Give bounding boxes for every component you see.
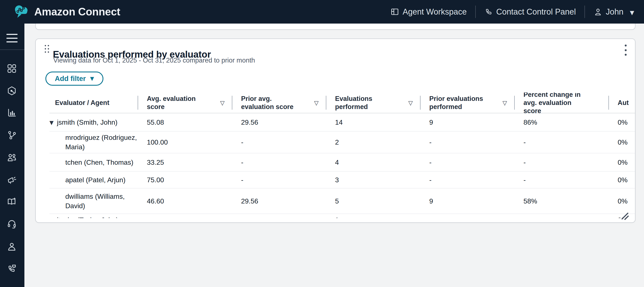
evaluator-name: mrodriguez (Rodriguez, Maria) <box>65 133 138 152</box>
filter-icon[interactable] <box>314 98 318 107</box>
flows-icon <box>7 130 17 140</box>
sidebar-item-headset-icon[interactable] <box>7 219 17 229</box>
column-header-label: Avg. evaluation score <box>147 95 206 111</box>
evaluator-name: apatel (Patel, Arjun) <box>65 175 126 184</box>
column-divider <box>608 96 609 110</box>
cell-value: 29.56 <box>232 196 326 206</box>
evaluator-name: jsmith (Smith, John) <box>57 118 118 127</box>
cell-value: 9 <box>420 196 514 206</box>
cell-value: 55.08 <box>138 118 232 127</box>
user-menu-label: John <box>606 7 624 16</box>
brand: Amazon Connect <box>13 4 120 20</box>
cell-value: - <box>232 175 326 184</box>
column-divider <box>138 96 138 110</box>
sidebar <box>0 24 24 287</box>
cell-evaluator-agent: mrodriguez (Rodriguez, Maria) <box>50 133 138 152</box>
cell-value: 46.60 <box>138 196 232 206</box>
agent-workspace-label: Agent Workspace <box>403 7 467 16</box>
cell-value: 58% <box>514 196 608 206</box>
table-row: apatel (Patel, Arjun)75.00-3--0% <box>50 172 636 188</box>
phone-icon <box>484 8 493 16</box>
filter-icon[interactable] <box>408 98 413 107</box>
contact-control-panel-link[interactable]: Contact Control Panel <box>484 7 576 16</box>
cell-evaluator-agent: jtaylor (Taylor, John) <box>50 214 138 218</box>
column-header: Prior avg. evaluation score <box>232 92 326 113</box>
evaluator-name: jtaylor (Taylor, John) <box>57 215 118 218</box>
filter-icon[interactable] <box>220 98 224 107</box>
cell-value: - <box>514 138 608 147</box>
sidebar-item-phone-message-icon[interactable] <box>7 264 17 274</box>
cell-value: - <box>420 158 514 167</box>
table-row: jsmith (Smith, John)55.0829.5614986%0% <box>50 113 636 132</box>
kebab-menu-icon[interactable] <box>621 44 630 56</box>
agent-workspace-link[interactable]: Agent Workspace <box>390 7 467 16</box>
cell-value: 0% <box>608 158 636 167</box>
column-header: Evaluator / Agent <box>50 92 138 113</box>
cell-value: 75.00 <box>138 175 232 184</box>
column-header-label: Prior evaluations performed <box>429 95 488 111</box>
sidebar-item-metrics-icon[interactable] <box>7 108 17 118</box>
filter-icon[interactable] <box>502 98 507 107</box>
campaigns-icon <box>7 174 17 184</box>
column-divider <box>232 96 232 110</box>
topbar-separator <box>475 6 476 18</box>
evaluations-card: Evaluations performed by evaluator Viewi… <box>35 38 636 223</box>
cell-value: 1 <box>326 214 420 218</box>
add-filter-button[interactable]: Add filter <box>46 72 104 86</box>
cell-value: 0% <box>608 175 636 184</box>
cell-value: - <box>138 214 232 218</box>
screen: Amazon Connect Agent Workspace <box>0 0 644 287</box>
column-header: Evaluations performed <box>326 92 420 113</box>
brand-title: Amazon Connect <box>34 6 120 18</box>
cell-evaluator-agent: dwilliams (Williams, David) <box>50 192 138 210</box>
contact-control-panel-label: Contact Control Panel <box>496 7 576 16</box>
cell-value: 0% <box>608 118 636 127</box>
cell-value: - <box>514 175 608 184</box>
top-bar: Amazon Connect Agent Workspace <box>0 0 644 24</box>
cell-value: 100.00 <box>138 138 232 147</box>
profile-icon <box>7 242 17 252</box>
cell-value: 14 <box>326 118 420 127</box>
table-row: dwilliams (Williams, David)46.6029.56595… <box>50 188 636 214</box>
collapse-row-icon[interactable] <box>50 117 54 127</box>
cell-value: 0% <box>608 138 636 147</box>
sidebar-item-routing-icon[interactable] <box>7 86 17 96</box>
sidebar-item-flows-icon[interactable] <box>7 130 17 140</box>
headset-icon <box>7 219 17 229</box>
users-icon <box>7 152 17 162</box>
column-header-label: Percent change in avg. evaluation score <box>524 92 583 115</box>
table-row: jtaylor (Taylor, John)--1--0% <box>50 214 636 218</box>
table-row: mrodriguez (Rodriguez, Maria)100.00-2--0… <box>50 132 636 153</box>
sidebar-item-knowledge-icon[interactable] <box>7 196 17 207</box>
column-header: Percent change in avg. evaluation score <box>514 92 608 113</box>
cell-value: 0% <box>608 196 636 206</box>
resize-handle-icon[interactable] <box>620 211 630 220</box>
sidebar-item-users-icon[interactable] <box>7 152 17 162</box>
cell-value: 5 <box>326 196 420 206</box>
chevron-down-icon <box>630 7 634 16</box>
evaluator-name: dwilliams (Williams, David) <box>65 192 138 210</box>
column-divider <box>514 96 515 110</box>
cell-evaluator-agent: apatel (Patel, Arjun) <box>50 175 138 184</box>
topbar-separator <box>584 6 585 18</box>
cell-value: 86% <box>514 118 608 127</box>
drag-handle-icon[interactable] <box>45 45 50 55</box>
cell-evaluator-agent: jsmith (Smith, John) <box>50 118 138 127</box>
evaluator-name: tchen (Chen, Thomas) <box>65 158 134 167</box>
sidebar-item-profile-icon[interactable] <box>7 242 17 252</box>
sidebar-item-campaigns-icon[interactable] <box>7 174 17 184</box>
sidebar-item-dashboard-icon[interactable] <box>7 64 17 74</box>
column-header: Prior evaluations performed <box>420 92 514 113</box>
routing-icon <box>7 86 17 96</box>
column-header-label: Aut <box>618 99 629 107</box>
cell-value: 9 <box>420 118 514 127</box>
user-menu[interactable]: John <box>594 7 634 16</box>
menu-icon[interactable] <box>6 34 18 42</box>
cell-value: - <box>420 214 514 218</box>
card-subtitle: Viewing data for Oct 1, 2025 - Oct 31, 2… <box>53 56 255 64</box>
evaluations-table: Evaluator / AgentAvg. evaluation scorePr… <box>50 92 636 218</box>
sidebar-divider <box>0 50 24 50</box>
amazon-connect-logo-icon <box>13 4 30 20</box>
top-nav: Agent Workspace Contact Control Panel <box>390 6 644 18</box>
cell-value: - <box>232 158 326 167</box>
